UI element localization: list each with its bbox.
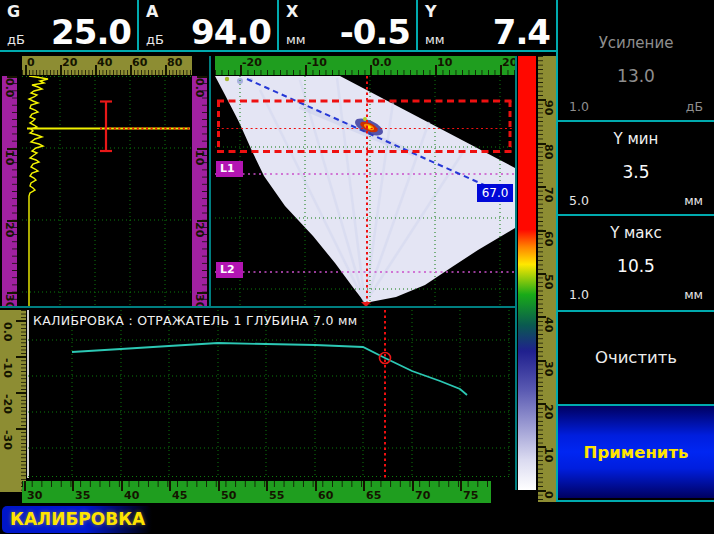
depth-ruler-right: 0.0102030 <box>192 76 207 306</box>
measure-value: 25.0 <box>51 12 131 52</box>
divider <box>558 500 714 502</box>
measure-unit: мм <box>425 32 445 47</box>
ascan-amplitude-ruler: 020406080 <box>22 56 192 75</box>
divider <box>0 306 516 308</box>
ascan-plot <box>22 76 192 306</box>
sscan-sector-image <box>215 76 515 303</box>
sscan-cursor-tag-l1: L1 <box>216 161 243 177</box>
param-unit: дБ <box>686 99 703 114</box>
divider <box>0 50 557 52</box>
cal-plot <box>28 310 512 478</box>
param-value: 3.5 <box>558 162 714 182</box>
cal-curve <box>72 343 467 395</box>
param-title: Усиление <box>558 34 714 52</box>
measure-letter: Y <box>425 2 437 21</box>
param-y-min[interactable]: Y мин 3.5 5.0 мм <box>558 122 714 214</box>
cal-angle-ruler: 30354045505560657075 <box>22 481 491 503</box>
param-unit: мм <box>684 193 703 208</box>
ascan-gate <box>100 101 112 152</box>
sscan-beam-angle-tag: 67.0 <box>477 184 513 202</box>
mode-status-bar: КАЛИБРОВКА <box>2 506 152 533</box>
measure-value: -0.5 <box>340 12 410 52</box>
cal-db-ruler: 0.0-10-20-30 <box>0 310 26 492</box>
mode-label: КАЛИБРОВКА <box>10 509 145 529</box>
ascan-waveform <box>29 76 48 306</box>
param-y-max[interactable]: Y макс 10.5 1.0 мм <box>558 216 714 308</box>
param-gain[interactable]: Усиление 13.0 1.0 дБ <box>558 26 714 120</box>
measure-letter: X <box>286 2 298 21</box>
measure-cell-x: X мм -0.5 <box>279 0 416 50</box>
measure-cell-y: Y мм 7.4 <box>418 0 556 50</box>
param-title: Y макс <box>558 224 714 242</box>
param-step: 1.0 <box>569 287 589 302</box>
measure-unit: дБ <box>146 32 164 47</box>
parameter-sidebar: Усиление 13.0 1.0 дБ Y мин 3.5 5.0 мм Y … <box>558 0 714 534</box>
param-value: 10.5 <box>558 256 714 276</box>
measure-value: 7.4 <box>493 12 550 52</box>
amplitude-colorbar <box>518 56 536 490</box>
sscan-cursor-tag-l2: L2 <box>216 262 243 278</box>
measure-cell-amplitude: A дБ 94.0 <box>139 0 277 50</box>
measure-value: 94.0 <box>191 12 271 52</box>
divider <box>515 56 517 490</box>
depth-ruler-left: 0.0102030 <box>2 76 17 306</box>
param-step: 1.0 <box>569 99 589 114</box>
device-screen: G дБ 25.0 A дБ 94.0 X мм -0.5 Y мм 7.4 6… <box>0 0 714 534</box>
cal-header-text: КАЛИБРОВКА : ОТРАЖАТЕЛЬ 1 ГЛУБИНА 7.0 мм <box>33 313 357 328</box>
divider <box>209 56 211 306</box>
measure-unit: дБ <box>7 32 25 47</box>
measure-unit: мм <box>286 32 306 47</box>
measure-letter: A <box>146 2 158 21</box>
clear-button[interactable]: Очистить <box>558 312 714 402</box>
amplitude-scale-ruler: 9080706050403020100 <box>538 56 556 502</box>
sscan-plot <box>215 76 515 306</box>
param-unit: мм <box>684 287 703 302</box>
apply-button[interactable]: Применить <box>558 406 714 498</box>
sscan-x-ruler: -20-100.01020 <box>215 56 515 75</box>
measure-letter: G <box>7 2 20 21</box>
param-value: 13.0 <box>558 66 714 86</box>
measure-cell-gain: G дБ 25.0 <box>0 0 137 50</box>
cal-grid <box>28 310 512 478</box>
param-step: 5.0 <box>569 193 589 208</box>
param-title: Y мин <box>558 130 714 148</box>
